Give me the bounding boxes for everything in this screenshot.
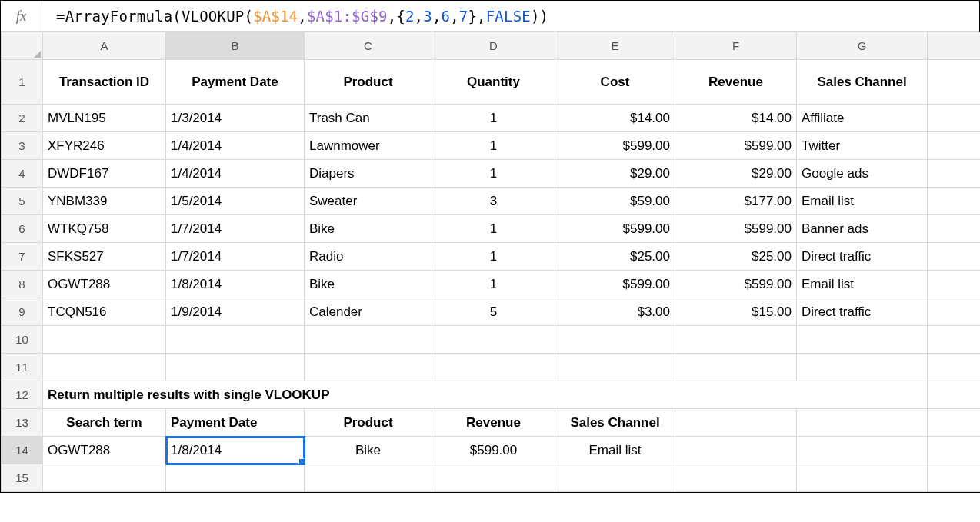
cell-D8[interactable]: 1 (432, 271, 555, 298)
cell-A2[interactable]: MVLN195 (43, 105, 166, 132)
cell-B8[interactable]: 1/8/2014 (166, 271, 305, 298)
cell[interactable] (432, 464, 555, 492)
cell-E5[interactable]: $59.00 (555, 188, 675, 215)
result-A[interactable]: OGWT288 (43, 437, 166, 464)
cell-F8[interactable]: $599.00 (675, 271, 797, 298)
header-C[interactable]: Product (305, 60, 432, 105)
row-header-6[interactable]: 6 (2, 215, 43, 243)
cell-D3[interactable]: 1 (432, 132, 555, 160)
result-E[interactable]: Email list (555, 437, 675, 464)
cell[interactable] (928, 326, 981, 354)
cell[interactable] (555, 464, 675, 492)
cell-D9[interactable]: 5 (432, 298, 555, 326)
row-header-3[interactable]: 3 (2, 132, 43, 160)
cell-F4[interactable]: $29.00 (675, 160, 797, 188)
cell-B9[interactable]: 1/9/2014 (166, 298, 305, 326)
cell[interactable] (43, 326, 166, 354)
row-header-7[interactable]: 7 (2, 243, 43, 271)
cell-C4[interactable]: Diapers (305, 160, 432, 188)
cell[interactable] (675, 437, 797, 464)
cell-A5[interactable]: YNBM339 (43, 188, 166, 215)
cell-G5[interactable]: Email list (797, 188, 928, 215)
cell-A6[interactable]: WTKQ758 (43, 215, 166, 243)
cell-E6[interactable]: $599.00 (555, 215, 675, 243)
cell-F2[interactable]: $14.00 (675, 105, 797, 132)
cell[interactable] (675, 464, 797, 492)
cell-B6[interactable]: 1/7/2014 (166, 215, 305, 243)
cell[interactable] (675, 326, 797, 354)
cell-C3[interactable]: Lawnmower (305, 132, 432, 160)
cell[interactable] (928, 354, 981, 381)
cell[interactable] (928, 60, 981, 105)
cell-F9[interactable]: $15.00 (675, 298, 797, 326)
section-title[interactable]: Return multiple results with single VLOO… (43, 381, 928, 409)
cell[interactable] (305, 464, 432, 492)
cell-C2[interactable]: Trash Can (305, 105, 432, 132)
cell-F3[interactable]: $599.00 (675, 132, 797, 160)
result-D[interactable]: $599.00 (432, 437, 555, 464)
cell[interactable] (555, 354, 675, 381)
column-header-row[interactable]: ABCDEFG (2, 32, 981, 60)
cell-E8[interactable]: $599.00 (555, 271, 675, 298)
cell[interactable] (928, 381, 981, 409)
cell[interactable] (166, 354, 305, 381)
cell-D6[interactable]: 1 (432, 215, 555, 243)
col-header-E[interactable]: E (555, 32, 675, 60)
cell-A9[interactable]: TCQN516 (43, 298, 166, 326)
result-B[interactable]: 1/8/2014 (166, 437, 305, 464)
cell[interactable] (675, 354, 797, 381)
col-header-G[interactable]: G (797, 32, 928, 60)
cell[interactable] (43, 464, 166, 492)
cell[interactable] (928, 464, 981, 492)
row-header-12[interactable]: 12 (2, 381, 43, 409)
col-header-B[interactable]: B (166, 32, 305, 60)
cell-G3[interactable]: Twitter (797, 132, 928, 160)
cell-D5[interactable]: 3 (432, 188, 555, 215)
cell-B7[interactable]: 1/7/2014 (166, 243, 305, 271)
cell[interactable] (166, 326, 305, 354)
cell-F7[interactable]: $25.00 (675, 243, 797, 271)
cell-G9[interactable]: Direct traffic (797, 298, 928, 326)
cell[interactable] (305, 354, 432, 381)
cell[interactable] (928, 215, 981, 243)
cell-A8[interactable]: OGWT288 (43, 271, 166, 298)
cell[interactable] (432, 354, 555, 381)
row-header-4[interactable]: 4 (2, 160, 43, 188)
cell[interactable] (797, 354, 928, 381)
cell[interactable] (555, 326, 675, 354)
cell-B5[interactable]: 1/5/2014 (166, 188, 305, 215)
cell[interactable] (305, 326, 432, 354)
cell-D4[interactable]: 1 (432, 160, 555, 188)
result-C[interactable]: Bike (305, 437, 432, 464)
cell-D7[interactable]: 1 (432, 243, 555, 271)
select-all-corner[interactable] (2, 32, 43, 60)
cell-B2[interactable]: 1/3/2014 (166, 105, 305, 132)
cell-F6[interactable]: $599.00 (675, 215, 797, 243)
cell-G2[interactable]: Affiliate (797, 105, 928, 132)
col-header-C[interactable]: C (305, 32, 432, 60)
cell-E4[interactable]: $29.00 (555, 160, 675, 188)
row-header-11[interactable]: 11 (2, 354, 43, 381)
cell-D2[interactable]: 1 (432, 105, 555, 132)
subheader-D[interactable]: Revenue (432, 409, 555, 437)
subheader-B[interactable]: Payment Date (166, 409, 305, 437)
cell-C8[interactable]: Bike (305, 271, 432, 298)
formula-input[interactable]: =ArrayFormula(VLOOKUP($A$14,$A$1:$G$9,{2… (42, 1, 979, 31)
cell[interactable] (43, 354, 166, 381)
cell[interactable] (928, 160, 981, 188)
cell-G6[interactable]: Banner ads (797, 215, 928, 243)
cell[interactable] (675, 409, 797, 437)
cell[interactable] (797, 437, 928, 464)
cell-A4[interactable]: DWDF167 (43, 160, 166, 188)
row-header-9[interactable]: 9 (2, 298, 43, 326)
cell-A7[interactable]: SFKS527 (43, 243, 166, 271)
row-header-13[interactable]: 13 (2, 409, 43, 437)
cell[interactable] (797, 326, 928, 354)
cell[interactable] (432, 326, 555, 354)
cell[interactable] (928, 243, 981, 271)
row-header-1[interactable]: 1 (2, 60, 43, 105)
cell[interactable] (928, 132, 981, 160)
cell[interactable] (928, 409, 981, 437)
header-A[interactable]: Transaction ID (43, 60, 166, 105)
header-B[interactable]: Payment Date (166, 60, 305, 105)
